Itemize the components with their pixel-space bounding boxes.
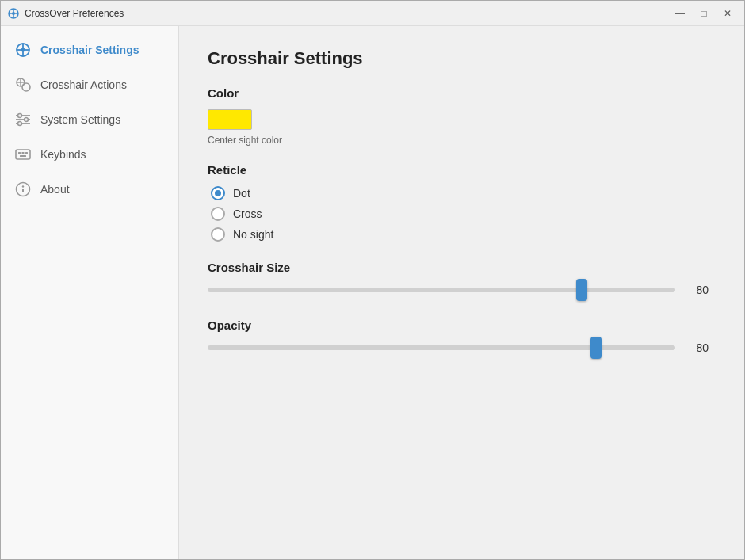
titlebar-title: CrossOver Preferences [25,8,670,19]
sidebar: Crosshair Settings Crosshair Actions [1,26,179,559]
opacity-label: Opacity [208,318,716,332]
app-window: CrossOver Preferences — □ ✕ Crosshair [0,0,745,560]
radio-dot-label: Dot [233,187,250,200]
svg-rect-21 [25,152,28,154]
sidebar-label-keybinds: Keybinds [40,148,86,161]
color-section: Color Center sight color [208,86,716,146]
crosshair-size-section: Crosshair Size 80 [208,261,716,296]
sidebar-item-crosshair-settings[interactable]: Crosshair Settings [1,32,178,67]
sidebar-label-about: About [40,183,70,196]
radio-dot-circle [211,186,225,200]
crosshair-size-track[interactable] [208,288,675,292]
svg-rect-18 [16,150,30,159]
radio-option-no-sight[interactable]: No sight [211,227,716,242]
svg-point-9 [22,83,30,91]
color-hint: Center sight color [208,135,716,146]
radio-option-cross[interactable]: Cross [211,207,716,221]
sidebar-label-crosshair-settings: Crosshair Settings [40,44,139,56]
crosshair-size-value: 80 [685,284,709,296]
opacity-value: 80 [685,341,709,354]
reticle-section: Reticle Dot Cross [208,163,716,242]
svg-point-3 [12,12,15,15]
radio-no-sight-circle [211,227,225,242]
maximize-button[interactable]: □ [693,6,714,21]
radio-cross-circle [211,207,225,221]
svg-point-15 [18,114,22,118]
radio-no-sight-label: No sight [233,228,273,241]
crosshair-size-thumb[interactable] [576,279,587,301]
titlebar-controls: — □ ✕ [670,6,738,21]
about-icon [13,180,32,199]
sidebar-label-system-settings: System Settings [40,113,120,126]
crosshair-size-label: Crosshair Size [208,261,716,274]
close-button[interactable]: ✕ [717,6,738,21]
opacity-section: Opacity 80 [208,318,716,354]
sidebar-item-crosshair-actions[interactable]: Crosshair Actions [1,67,178,102]
opacity-slider-row: 80 [208,341,716,354]
radio-option-dot[interactable]: Dot [211,186,716,200]
sidebar-item-about[interactable]: About [1,172,178,207]
keybinds-icon [13,145,32,164]
svg-rect-20 [22,152,25,154]
opacity-thumb[interactable] [590,337,602,359]
svg-point-16 [25,118,29,122]
sidebar-label-crosshair-actions: Crosshair Actions [40,78,127,91]
main-content: Crosshair Settings Color Center sight co… [179,26,744,559]
page-title: Crosshair Settings [208,48,716,69]
app-icon [7,7,20,20]
svg-point-7 [21,48,25,52]
sidebar-item-system-settings[interactable]: System Settings [1,102,178,137]
titlebar: CrossOver Preferences — □ ✕ [1,1,744,26]
opacity-track[interactable] [208,345,675,350]
crosshair-actions-icon [13,75,32,94]
svg-rect-22 [20,155,26,157]
color-section-label: Color [208,86,716,100]
svg-point-17 [18,122,22,126]
sidebar-item-keybinds[interactable]: Keybinds [1,137,178,172]
content-area: Crosshair Settings Crosshair Actions [1,26,744,559]
crosshair-size-slider-row: 80 [208,284,716,296]
svg-point-25 [22,185,24,187]
color-swatch[interactable] [208,109,252,130]
reticle-label: Reticle [208,163,716,177]
crosshair-settings-icon [13,40,32,59]
svg-rect-19 [18,152,21,154]
radio-cross-label: Cross [233,208,262,220]
radio-group: Dot Cross No sight [211,186,716,242]
system-settings-icon [13,110,32,129]
minimize-button[interactable]: — [670,6,690,21]
